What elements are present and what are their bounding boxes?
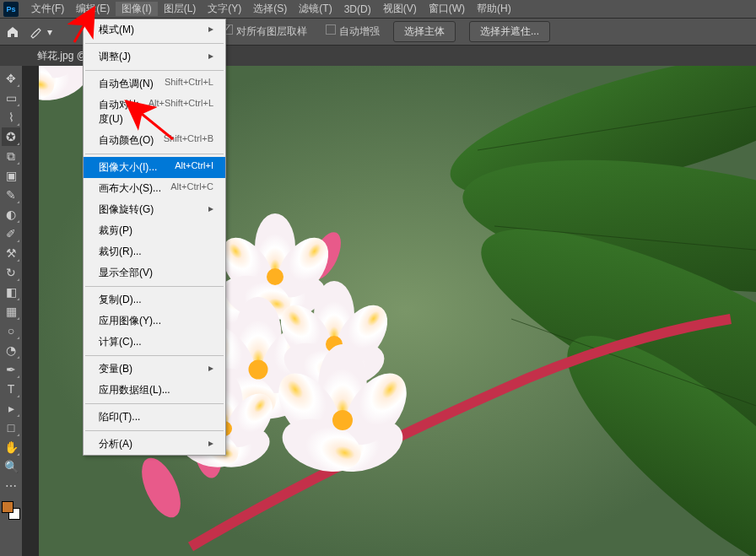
move-tool[interactable]: ✥ xyxy=(2,69,20,88)
select-subject-button[interactable]: 选择主体 xyxy=(393,21,456,42)
menu-image[interactable]: 图像(I) xyxy=(116,2,157,16)
menu-apply-data-set[interactable]: 应用数据组(L)... xyxy=(84,380,225,401)
menu-crop[interactable]: 裁剪(P) xyxy=(84,220,225,241)
menu-window[interactable]: 窗口(W) xyxy=(423,2,471,16)
menu-view[interactable]: 视图(V) xyxy=(377,2,423,16)
color-swatches[interactable] xyxy=(2,501,20,520)
edit-toolbar[interactable]: ⋯ xyxy=(2,477,20,495)
menu-auto-tone[interactable]: 自动色调(N)Shift+Ctrl+L xyxy=(84,73,225,94)
menu-file[interactable]: 文件(F) xyxy=(25,2,70,16)
tool-preset-dropdown[interactable]: ▾ xyxy=(29,25,52,39)
crop-tool[interactable]: ⧉ xyxy=(2,147,20,165)
path-select-tool[interactable]: ▸ xyxy=(2,399,20,418)
tools-panel: ✥ ▭ ⌇ ✪ ⧉ ▣ ✎ ◐ ✐ ⚒ ↻ ◧ ▦ ○ ◔ ✒ T ▸ □ ✋ … xyxy=(0,66,22,520)
zoom-tool[interactable]: 🔍 xyxy=(2,457,20,476)
menu-adjustments[interactable]: 调整(J)▸ xyxy=(84,46,225,67)
menu-layer[interactable]: 图层(L) xyxy=(158,2,202,16)
foreground-color[interactable] xyxy=(2,501,14,513)
image-menu-dropdown: 模式(M)▸ 调整(J)▸ 自动色调(N)Shift+Ctrl+L 自动对比度(… xyxy=(83,19,226,456)
hand-tool[interactable]: ✋ xyxy=(2,438,20,456)
brush-tool[interactable]: ✐ xyxy=(2,224,20,243)
menu-duplicate[interactable]: 复制(D)... xyxy=(84,289,225,310)
sample-all-layers-checkbox[interactable]: 对所有图层取样 xyxy=(223,24,307,39)
menu-variables[interactable]: 变量(B)▸ xyxy=(84,359,225,380)
menu-3d[interactable]: 3D(D) xyxy=(338,3,377,15)
menu-type[interactable]: 文字(Y) xyxy=(202,2,247,16)
frame-tool[interactable]: ▣ xyxy=(2,166,20,185)
menu-select[interactable]: 选择(S) xyxy=(247,2,293,16)
menu-image-rotation[interactable]: 图像旋转(G)▸ xyxy=(84,199,225,220)
spot-heal-tool[interactable]: ◐ xyxy=(2,205,20,224)
eyedropper-tool[interactable]: ✎ xyxy=(2,186,20,204)
menu-canvas-size[interactable]: 画布大小(S)...Alt+Ctrl+C xyxy=(84,178,225,199)
quick-select-tool[interactable]: ✪ xyxy=(2,127,20,146)
menu-help[interactable]: 帮助(H) xyxy=(471,2,517,16)
menu-calculations[interactable]: 计算(C)... xyxy=(84,332,225,353)
menu-reveal-all[interactable]: 显示全部(V) xyxy=(84,262,225,283)
clone-stamp-tool[interactable]: ⚒ xyxy=(2,244,20,262)
marquee-tool[interactable]: ▭ xyxy=(2,89,20,107)
eraser-tool[interactable]: ◧ xyxy=(2,283,20,301)
lasso-tool[interactable]: ⌇ xyxy=(2,108,20,127)
type-tool[interactable]: T xyxy=(2,380,20,398)
rectangle-tool[interactable]: □ xyxy=(2,418,20,437)
auto-enhance-checkbox[interactable]: 自动增强 xyxy=(326,24,380,39)
menu-trim[interactable]: 裁切(R)... xyxy=(84,241,225,262)
menu-trap[interactable]: 陷印(T)... xyxy=(84,407,225,428)
photoshop-logo: Ps xyxy=(3,2,19,17)
gradient-tool[interactable]: ▦ xyxy=(2,302,20,321)
menu-auto-color[interactable]: 自动颜色(O)Shift+Ctrl+B xyxy=(84,130,225,151)
pen-tool[interactable]: ✒ xyxy=(2,360,20,379)
menu-analysis[interactable]: 分析(A)▸ xyxy=(84,434,225,455)
menu-apply-image[interactable]: 应用图像(Y)... xyxy=(84,310,225,332)
menu-edit[interactable]: 编辑(E) xyxy=(70,2,116,16)
home-icon[interactable] xyxy=(5,24,20,40)
select-and-mask-button[interactable]: 选择并遮住... xyxy=(469,21,550,42)
blur-tool[interactable]: ○ xyxy=(2,321,20,340)
menu-image-size[interactable]: 图像大小(I)...Alt+Ctrl+I xyxy=(84,157,225,178)
history-brush-tool[interactable]: ↻ xyxy=(2,263,20,282)
menubar: Ps 文件(F) 编辑(E) 图像(I) 图层(L) 文字(Y) 选择(S) 滤… xyxy=(0,0,756,19)
menu-auto-contrast[interactable]: 自动对比度(U)Alt+Shift+Ctrl+L xyxy=(84,94,225,130)
menu-filter[interactable]: 滤镜(T) xyxy=(293,2,338,16)
menu-mode[interactable]: 模式(M)▸ xyxy=(84,19,225,40)
dodge-tool[interactable]: ◔ xyxy=(2,341,20,359)
